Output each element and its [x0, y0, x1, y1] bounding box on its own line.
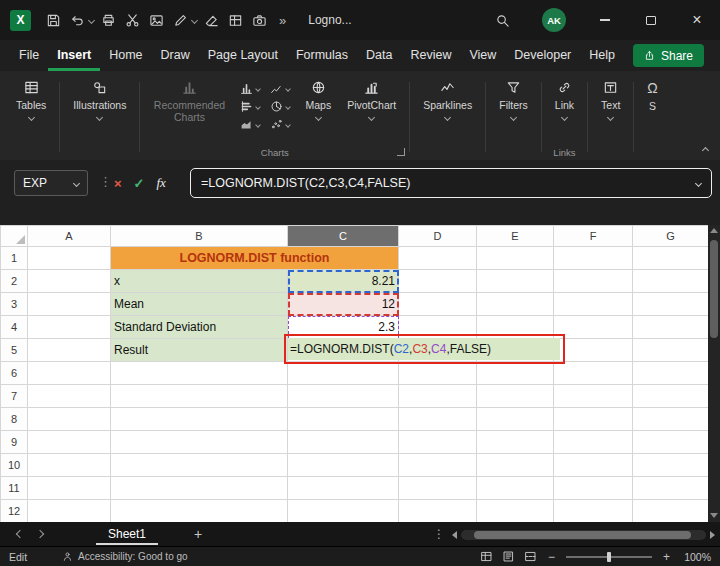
link-button[interactable]: Link: [548, 74, 581, 122]
print-icon[interactable]: [96, 7, 120, 33]
cell[interactable]: [28, 408, 111, 431]
cell[interactable]: [288, 431, 399, 454]
cell[interactable]: [633, 385, 709, 408]
cell[interactable]: [633, 454, 709, 477]
cell-a1[interactable]: [28, 247, 111, 270]
cell[interactable]: [633, 500, 709, 523]
cell-d3[interactable]: [399, 293, 477, 316]
horizontal-scrollbar[interactable]: [452, 529, 715, 540]
eraser-icon[interactable]: [199, 7, 223, 33]
active-cell-editor[interactable]: =LOGNORM.DIST( C2 , C3 , C4 ,FALSE): [288, 338, 560, 360]
cell-g2[interactable]: [633, 270, 709, 293]
cell-g4[interactable]: [633, 316, 709, 339]
cell-f4[interactable]: [554, 316, 633, 339]
tab-review[interactable]: Review: [401, 40, 460, 71]
cell-a2[interactable]: [28, 270, 111, 293]
cell[interactable]: [288, 477, 399, 500]
insert-function-icon[interactable]: fx: [157, 175, 166, 191]
expand-formula-bar-icon[interactable]: [695, 179, 702, 186]
row-header-1[interactable]: 1: [1, 247, 28, 270]
cell-title-b1[interactable]: LOGNORM.DIST function: [111, 247, 399, 270]
accessibility-status[interactable]: Accessibility: Good to go: [62, 551, 188, 562]
column-header-b[interactable]: B: [111, 226, 288, 247]
scroll-down-icon[interactable]: [710, 513, 718, 518]
column-header-d[interactable]: D: [399, 226, 477, 247]
cell-f5[interactable]: [554, 339, 633, 362]
search-icon[interactable]: [479, 13, 526, 28]
illustrations-button[interactable]: Illustrations: [66, 74, 133, 122]
cell-f3[interactable]: [554, 293, 633, 316]
cell-e4[interactable]: [477, 316, 554, 339]
cell[interactable]: [477, 362, 554, 385]
cell-e2[interactable]: [477, 270, 554, 293]
cell[interactable]: [554, 477, 633, 500]
tab-file[interactable]: File: [10, 40, 48, 71]
cell[interactable]: [554, 500, 633, 523]
cell[interactable]: [633, 408, 709, 431]
column-header-a[interactable]: A: [28, 226, 111, 247]
row-header-9[interactable]: 9: [1, 431, 28, 454]
page-break-view-icon[interactable]: [524, 550, 537, 563]
cell-a3[interactable]: [28, 293, 111, 316]
column-header-f[interactable]: F: [554, 226, 633, 247]
avatar[interactable]: AK: [542, 8, 566, 32]
horizontal-scroll-thumb[interactable]: [474, 531, 691, 539]
recommended-charts-button[interactable]: Recommended Charts: [146, 74, 232, 125]
scroll-right-icon[interactable]: [710, 531, 715, 539]
cell-f1[interactable]: [554, 247, 633, 270]
cell-d2[interactable]: [399, 270, 477, 293]
cell-a5[interactable]: [28, 339, 111, 362]
column-header-c[interactable]: C: [288, 226, 399, 247]
cell-g3[interactable]: [633, 293, 709, 316]
tab-insert[interactable]: Insert: [48, 40, 100, 71]
picture-icon[interactable]: [144, 7, 168, 33]
cell[interactable]: [477, 431, 554, 454]
cell[interactable]: [399, 477, 477, 500]
cell[interactable]: [111, 408, 288, 431]
cell-d4[interactable]: [399, 316, 477, 339]
table-icon[interactable]: [223, 7, 247, 33]
vertical-scrollbar[interactable]: [708, 225, 720, 522]
minimize-button[interactable]: [582, 0, 628, 40]
cell[interactable]: [28, 385, 111, 408]
cell-b5[interactable]: Result: [111, 339, 288, 362]
cell[interactable]: [554, 454, 633, 477]
cell-e1[interactable]: [477, 247, 554, 270]
cell[interactable]: [28, 454, 111, 477]
row-header-8[interactable]: 8: [1, 408, 28, 431]
cell-g1[interactable]: [633, 247, 709, 270]
vertical-scroll-thumb[interactable]: [710, 240, 718, 338]
cell-b4[interactable]: Standard Deviation: [111, 316, 288, 339]
pivotchart-button[interactable]: PivotChart: [340, 74, 403, 122]
insert-area-chart-button[interactable]: [240, 118, 260, 131]
select-all-corner[interactable]: [1, 226, 28, 247]
insert-column-chart-button[interactable]: [240, 82, 260, 95]
row-header-10[interactable]: 10: [1, 454, 28, 477]
scroll-up-icon[interactable]: [710, 228, 718, 233]
zoom-percentage[interactable]: 100%: [681, 551, 711, 563]
cell-c4[interactable]: 2.3: [288, 316, 399, 339]
text-button[interactable]: Text: [594, 74, 627, 122]
cell[interactable]: [28, 362, 111, 385]
insert-bar-chart-button[interactable]: [240, 100, 260, 113]
maps-button[interactable]: Maps: [298, 74, 338, 122]
cell-c2[interactable]: 8.21: [288, 270, 399, 293]
close-button[interactable]: ×: [674, 0, 720, 40]
formula-input[interactable]: =LOGNORM.DIST(C2,C3,C4,FALSE): [190, 168, 712, 198]
normal-view-icon[interactable]: [480, 550, 493, 563]
scroll-left-icon[interactable]: [452, 531, 457, 539]
maximize-button[interactable]: [628, 0, 674, 40]
zoom-slider[interactable]: [566, 556, 652, 558]
cell[interactable]: [399, 431, 477, 454]
tab-draw[interactable]: Draw: [152, 40, 199, 71]
row-header-2[interactable]: 2: [1, 270, 28, 293]
cell[interactable]: [288, 362, 399, 385]
cell[interactable]: [477, 500, 554, 523]
symbols-button[interactable]: Ω S: [640, 74, 664, 114]
filters-button[interactable]: Filters: [492, 74, 535, 122]
undo-button[interactable]: [65, 7, 96, 33]
cell[interactable]: [288, 500, 399, 523]
cell-g5[interactable]: [633, 339, 709, 362]
cut-icon[interactable]: [120, 7, 144, 33]
cell[interactable]: [28, 477, 111, 500]
